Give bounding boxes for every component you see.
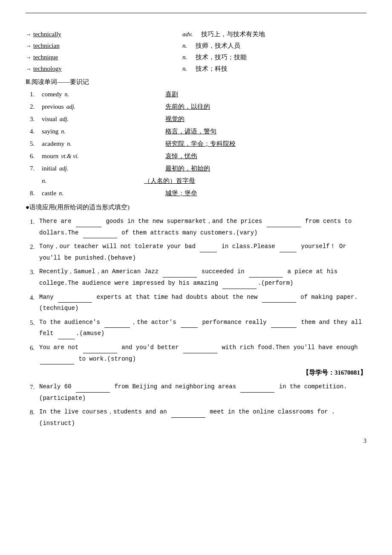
vocab-pos-8: n. xyxy=(59,190,63,197)
arrow-word-2: technician xyxy=(33,42,60,49)
vocab-section: 1. comedy n. 喜剧 2. previous adj. 先前的，以往的… xyxy=(26,90,366,197)
exercise-text-1: There are goods in the new supermarket，a… xyxy=(39,216,366,238)
vocab-item-6: 6. mourn vt.& vi. 哀悼，忧伤 xyxy=(26,152,366,160)
exercise-5: 5. To the audience's ，the actor's perfor… xyxy=(26,317,366,339)
vocab-pos-1: n. xyxy=(64,91,69,98)
exercise-text-4: Many experts at that time had doubts abo… xyxy=(39,292,366,314)
vocab-item-1: 1. comedy n. 喜剧 xyxy=(26,90,366,98)
exercise-1: 1. There are goods in the new supermarke… xyxy=(26,216,366,238)
vocab-def-1: 喜剧 xyxy=(161,90,366,98)
exercise-7: 7. Nearly 60 from Beijing and neighborin… xyxy=(26,381,366,404)
exercise-num-2: 2. xyxy=(30,241,39,263)
section3-title: Ⅲ.阅读单词——要识记 xyxy=(26,78,366,86)
def-4: 技术；科技 xyxy=(196,65,228,73)
arrow-icon-1: → xyxy=(26,31,32,38)
vocab-pos-2: adj. xyxy=(66,104,75,110)
exercise-num-4: 4. xyxy=(30,292,39,314)
vocab-num-5: 5. xyxy=(30,140,42,147)
arrow-row-4: → technology n. 技术；科技 xyxy=(26,65,366,73)
exercise-num-3: 3. xyxy=(30,266,39,289)
vocab-num-1: 1. xyxy=(30,91,42,98)
vocab-num-7: 7. xyxy=(30,165,42,172)
arrow-word-3: technique xyxy=(33,54,58,61)
blank-5-3[interactable] xyxy=(271,320,297,328)
arrow-row-3: → technique n. 技术，技巧；技能 xyxy=(26,53,366,61)
exercise-num-6: 6. xyxy=(30,342,39,364)
exercise-3: 3. Recently，Samuel，an American Jazz succ… xyxy=(26,266,366,289)
vocab-word-3: visual xyxy=(42,116,57,123)
vocab-word-8: castle xyxy=(42,190,56,197)
arrow-row-1: → technically adv. 技巧上，与技术有关地 xyxy=(26,30,366,38)
vocab-def-4: 格言，谚语，警句 xyxy=(161,127,366,136)
exercise-text-2: Tony，our teacher will not tolerate your … xyxy=(39,241,366,263)
blank-7-1[interactable] xyxy=(76,385,110,393)
top-divider xyxy=(26,13,366,13)
arrow-words-section: → technically adv. 技巧上，与技术有关地 → technici… xyxy=(26,30,366,73)
bullet-section-title: ●语境应用(用所给词的适当形式填空) xyxy=(26,203,366,211)
blank-3-3[interactable] xyxy=(222,281,257,289)
exercise-6: 6. You are not and you'd better with ric… xyxy=(26,342,366,364)
vocab-def-6: 哀悼，忧伤 xyxy=(161,152,366,160)
blank-5-2[interactable] xyxy=(181,320,198,328)
blank-6-2[interactable] xyxy=(183,346,217,353)
blank-3-2[interactable] xyxy=(249,270,283,278)
exercises-section: 1. There are goods in the new supermarke… xyxy=(26,216,366,364)
blank-1-1[interactable] xyxy=(76,220,101,227)
blank-4-1[interactable] xyxy=(58,295,92,303)
vocab-item-4: 4. saying n. 格言，谚语，警句 xyxy=(26,127,366,136)
vocab-item-7n: n. （人名的）首字母 xyxy=(26,177,366,185)
blank-1-2[interactable] xyxy=(267,220,301,227)
vocab-item-8: 8. castle n. 城堡；堡垒 xyxy=(26,189,366,197)
exercise-num-8: 8. xyxy=(30,406,39,429)
arrow-icon-4: → xyxy=(26,66,32,72)
def-3: 技术，技巧；技能 xyxy=(196,53,247,61)
pos-3: n. xyxy=(182,54,187,61)
exercise-4: 4. Many experts at that time had doubts … xyxy=(26,292,366,314)
vocab-word-1: comedy xyxy=(42,91,62,98)
def-1: 技巧上，与技术有关地 xyxy=(201,30,265,38)
blank-6-3[interactable] xyxy=(40,357,74,364)
vocab-pos-5: n. xyxy=(67,141,72,147)
vocab-item-2: 2. previous adj. 先前的，以往的 xyxy=(26,103,366,111)
def-2: 技师，技术人员 xyxy=(196,42,240,50)
blank-5-4[interactable] xyxy=(58,332,75,339)
vocab-def-7n: （人名的）首字母 xyxy=(144,177,195,185)
exercise-text-6: You are not and you'd better with rich f… xyxy=(39,342,366,364)
vocab-def-5: 研究院，学会；专科院校 xyxy=(161,140,366,148)
page-number: 3 xyxy=(26,438,366,445)
exercise-text-7: Nearly 60 from Beijing and neighboring a… xyxy=(39,381,366,404)
blank-8-1[interactable] xyxy=(171,410,205,418)
exercise-num-7: 7. xyxy=(30,381,39,404)
vocab-item-5: 5. academy n. 研究院，学会；专科院校 xyxy=(26,140,366,148)
vocab-pos-4: n. xyxy=(61,128,66,135)
vocab-pos-6: vt.& vi. xyxy=(61,153,79,160)
vocab-word-5: academy xyxy=(42,140,64,147)
exercise-num-5: 5. xyxy=(30,317,39,339)
arrow-row-2: → technician n. 技师，技术人员 xyxy=(26,42,366,50)
blank-1-3[interactable] xyxy=(83,231,117,238)
vocab-word-2: previous xyxy=(42,103,64,110)
blank-2-2[interactable] xyxy=(280,245,297,252)
vocab-num-3: 3. xyxy=(30,116,42,123)
blank-7-2[interactable] xyxy=(240,385,274,393)
bullet-title: ●语境应用(用所给词的适当形式填空) xyxy=(26,204,130,211)
blank-6-1[interactable] xyxy=(83,346,117,353)
pos-4: n. xyxy=(182,65,187,72)
exercise-text-5: To the audience's ，the actor's performan… xyxy=(39,317,366,339)
blank-4-2[interactable] xyxy=(262,295,296,303)
blank-5-1[interactable] xyxy=(104,320,130,328)
blank-2-1[interactable] xyxy=(200,245,217,252)
pos-1: adv. xyxy=(182,31,193,38)
vocab-num-8: 8. xyxy=(30,190,42,197)
vocab-num-2: 2. xyxy=(30,103,42,110)
vocab-word-6: mourn xyxy=(42,153,58,160)
pos-2: n. xyxy=(182,42,187,49)
exercise-2: 2. Tony，our teacher will not tolerate yo… xyxy=(26,241,366,263)
vocab-num-4: 4. xyxy=(30,128,42,135)
arrow-word-4: technology xyxy=(33,65,62,72)
vocab-def-7: 最初的，初始的 xyxy=(161,165,366,173)
vocab-def-3: 视觉的 xyxy=(161,115,366,123)
blank-3-1[interactable] xyxy=(163,270,197,278)
arrow-word-1: technically xyxy=(33,31,61,38)
exercise-num-1: 1. xyxy=(30,216,39,238)
